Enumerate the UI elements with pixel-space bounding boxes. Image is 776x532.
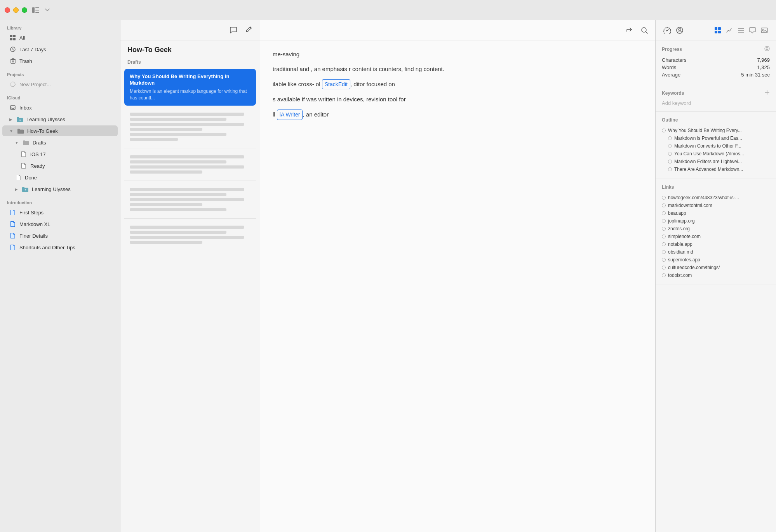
icloud-header: iCloud [0,90,120,102]
share-icon[interactable] [624,26,633,35]
outline-bullet-0 [662,129,666,132]
outline-item-3[interactable]: You Can Use Markdown (Almos... [662,150,770,158]
sidebar-item-inbox[interactable]: Inbox [2,102,118,113]
editor-para-4: s available if was written in devices, r… [273,95,643,104]
compose-icon[interactable] [244,26,254,35]
blurred-lines-5 [130,226,251,244]
sidebar-item-markdown-xl[interactable]: Markdown XL [2,219,118,229]
main-container: Library All Last 7 Days [0,20,776,532]
folder-star-icon-2: ★ [22,186,29,193]
average-label: Average [662,72,680,78]
sidebar-item-last7days[interactable]: Last 7 Days [2,44,118,55]
sidebar-item-finer-details[interactable]: Finer Details [2,230,118,241]
inbox-label: Inbox [19,105,111,111]
blurred-line [130,123,244,126]
link-item-7[interactable]: obsidian.md [662,248,770,256]
add-keyword-icon[interactable] [764,90,770,96]
sidebar-item-ready[interactable]: Ready [2,160,118,171]
sidebar-item-new-project[interactable]: New Project... [2,79,118,90]
link-item-3[interactable]: joplinapp.org [662,217,770,225]
link-item-0[interactable]: howtogeek.com/448323/what-is-... [662,194,770,202]
editor-content[interactable]: me-saving traditional and , an emphasis … [260,40,655,532]
svg-point-22 [762,29,764,30]
svg-text:★: ★ [24,189,26,191]
comment-view-icon[interactable] [747,25,758,36]
close-button[interactable] [5,7,10,13]
link-item-5[interactable]: simplenote.com [662,233,770,240]
blurred-lines-3 [130,155,251,174]
chevron-down-icon[interactable] [43,5,52,15]
sidebar-item-trash[interactable]: Trash [2,56,118,66]
svg-rect-20 [718,31,721,33]
link-bullet-6 [662,242,666,246]
learning-ulysses-1-label: Learning Ulysses [26,116,111,122]
blurred-line [130,193,226,196]
right-toolbar [656,20,776,40]
characters-row: Characters 7,969 [662,56,770,64]
outline-item-4[interactable]: Markdown Editors are Lightwei... [662,158,770,165]
selected-doc-card[interactable]: Why You Should Be Writing Everything in … [124,69,256,106]
outline-item-2[interactable]: Markdown Converts to Other F... [662,142,770,150]
sidebar-item-drafts[interactable]: ▼ Drafts [2,137,118,148]
link-item-1[interactable]: markdowntohtml.com [662,202,770,209]
blurred-doc-2[interactable] [124,109,256,145]
link-item-8[interactable]: supernotes.app [662,256,770,264]
titlebar-controls [31,5,52,15]
sidebar-toggle-icon[interactable] [31,5,40,15]
sidebar-item-first-steps[interactable]: First Steps [2,207,118,218]
person-circle-icon[interactable] [674,25,685,36]
link-bullet-3 [662,219,666,223]
outline-section: Outline Why You Should Be Writing Every.… [656,112,776,179]
minimize-button[interactable] [13,7,19,13]
link-item-9[interactable]: culturedcode.com/things/ [662,264,770,271]
comment-icon[interactable] [229,26,238,35]
expand-arrow-drafts: ▼ [15,141,19,145]
blurred-doc-5[interactable] [124,222,256,248]
sidebar-item-ios17[interactable]: iOS 17 [2,149,118,160]
outline-item-1[interactable]: Markdown is Powerful and Eas... [662,134,770,142]
blurred-doc-4[interactable] [124,184,256,215]
stackedit-link[interactable]: StackEdit [322,79,350,89]
link-item-10[interactable]: todoist.com [662,271,770,279]
sidebar-item-shortcuts[interactable]: Shortcuts and Other Tips [2,242,118,253]
sidebar-item-how-to-geek[interactable]: ▼ How-To Geek [2,125,118,136]
divider-3 [124,218,256,219]
blurred-line [130,236,244,239]
first-steps-label: First Steps [19,210,111,216]
blurred-line [130,241,202,244]
link-item-6[interactable]: notable.app [662,240,770,248]
maximize-button[interactable] [22,7,27,13]
blurred-line [130,231,226,234]
ia-writer-link[interactable]: iA Writer [277,110,303,120]
grid-view-icon[interactable] [712,25,723,36]
image-view-icon[interactable] [759,25,770,36]
outline-bullet-3 [668,152,672,156]
link-item-2[interactable]: bear.app [662,209,770,217]
links-section: Links howtogeek.com/448323/what-is-... m… [656,179,776,285]
progress-settings-icon[interactable] [764,46,770,52]
search-icon[interactable] [640,26,649,35]
sidebar-item-done[interactable]: Done [2,172,118,183]
svg-point-24 [766,48,768,50]
sidebar-item-learning-ulysses-1[interactable]: ▶ ★ Learning Ulysses [2,114,118,125]
svg-rect-0 [32,7,35,13]
words-row: Words 1,325 [662,64,770,71]
blurred-doc-3[interactable] [124,151,256,177]
keyword-placeholder[interactable]: Add keyword [662,100,770,106]
list-view-icon[interactable] [736,25,746,36]
sidebar-item-all[interactable]: All [2,32,118,43]
chart-view-icon[interactable] [724,25,735,36]
link-bullet-8 [662,258,666,262]
outline-header: Outline [662,117,770,123]
outline-item-0[interactable]: Why You Should Be Writing Every... [662,127,770,134]
keywords-header: Keywords [662,90,770,96]
words-value: 1,325 [757,64,770,70]
checkmark-seal-icon[interactable] [662,25,673,36]
drafts-section-label: Drafts [120,57,260,67]
blurred-line [130,128,202,131]
outline-item-5[interactable]: There Are Advanced Markdown... [662,165,770,173]
keywords-section: Keywords Add keyword [656,84,776,112]
sidebar-item-learning-ulysses-2[interactable]: ▶ ★ Learning Ulysses [2,184,118,195]
link-item-4[interactable]: znotes.org [662,225,770,233]
outline-bullet-5 [668,167,672,171]
